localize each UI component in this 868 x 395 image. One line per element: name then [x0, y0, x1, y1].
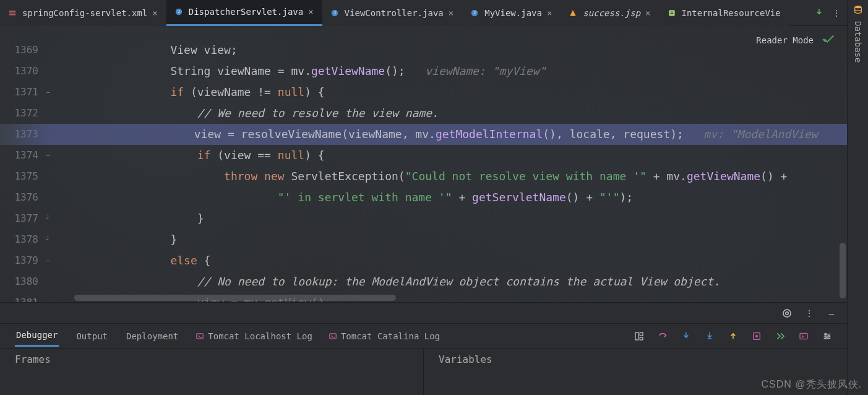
tab-label: success.jsp: [583, 8, 640, 18]
debug-tab-catalina-log[interactable]: Tomcat Catalina Log: [329, 331, 440, 341]
tab-label: InternalResourceVie: [682, 8, 781, 18]
editor-tab[interactable]: springConfig-servlet.xml×: [0, 0, 166, 26]
code-line[interactable]: throw new ServletException("Could not re…: [61, 166, 847, 187]
svg-point-25: [854, 6, 861, 8]
frames-title: Frames: [15, 354, 51, 365]
more-vertical-icon[interactable]: ⋮: [832, 8, 841, 18]
line-gutter: 1369137013711372137313741375137613771378…: [0, 40, 46, 302]
svg-rect-18: [800, 333, 807, 339]
debug-tab-localhost-log[interactable]: Tomcat Localhost Log: [196, 331, 312, 341]
horizontal-scrollbar[interactable]: [74, 295, 396, 301]
code-editor[interactable]: Reader Mode 1369137013711372137313741375…: [0, 26, 847, 302]
svg-rect-8: [670, 13, 673, 14]
code-line[interactable]: // No need to lookup: the ModelAndView o…: [61, 271, 847, 292]
svg-point-22: [825, 333, 827, 335]
code-line[interactable]: view = resolveViewName(viewName, mv.getM…: [0, 124, 847, 145]
xml-icon: [7, 8, 17, 18]
debug-panel: ⋮ — Debugger Output Deployment Tomcat Lo…: [0, 302, 847, 395]
tab-label: springConfig-servlet.xml: [22, 8, 147, 18]
svg-point-10: [786, 311, 789, 315]
close-icon[interactable]: ×: [152, 8, 157, 18]
xml-icon: [667, 8, 677, 18]
code-line[interactable]: }: [61, 208, 847, 229]
debug-tab-output[interactable]: Output: [75, 326, 109, 346]
code-line[interactable]: else {: [61, 250, 847, 271]
svg-rect-15: [640, 337, 643, 340]
tab-label: MyView.java: [484, 8, 542, 18]
run-to-cursor-icon[interactable]: [775, 331, 785, 341]
variables-title: Variables: [439, 354, 492, 365]
code-line[interactable]: String viewName = mv.getViewName(); view…: [61, 61, 847, 82]
svg-point-9: [783, 310, 791, 317]
code-line[interactable]: if (viewName != null) {: [61, 82, 847, 103]
layout-icon[interactable]: [634, 331, 644, 341]
tab-label: DispatcherServlet.java: [189, 7, 303, 17]
editor-tabbar: springConfig-servlet.xml×JDispatcherServ…: [0, 0, 847, 26]
force-step-into-icon[interactable]: [705, 331, 715, 341]
close-icon[interactable]: ×: [308, 7, 313, 17]
step-out-icon[interactable]: [728, 331, 738, 341]
svg-point-24: [825, 337, 827, 339]
code-line[interactable]: }: [61, 229, 847, 250]
fold-column[interactable]: − − ┘┘−: [46, 40, 61, 302]
svg-rect-12: [330, 333, 337, 338]
right-sidebar: Database: [847, 0, 868, 395]
editor-tab[interactable]: JMyView.java×: [462, 0, 561, 26]
frames-panel: Frames: [0, 349, 423, 395]
close-icon[interactable]: ×: [645, 8, 650, 18]
database-icon: [853, 5, 863, 17]
editor-tab[interactable]: InternalResourceVie: [660, 0, 789, 26]
java-icon: J: [174, 7, 184, 17]
close-icon[interactable]: ×: [449, 8, 453, 18]
settings-icon[interactable]: [822, 331, 832, 341]
jsp-icon: [568, 8, 578, 18]
editor-tab[interactable]: JViewController.java×: [322, 0, 463, 26]
arrow-down-icon[interactable]: [815, 7, 823, 18]
svg-text:J: J: [333, 11, 335, 15]
reader-mode-label[interactable]: Reader Mode: [756, 35, 814, 45]
code-line[interactable]: if (view == null) {: [61, 145, 847, 166]
svg-rect-7: [670, 11, 673, 12]
java-icon: J: [470, 8, 479, 18]
svg-text:J: J: [474, 11, 476, 15]
debug-panel-tools: ⋮ —: [0, 303, 847, 324]
code-line[interactable]: // We need to resolve the view name.: [61, 103, 847, 124]
evaluate-icon[interactable]: [752, 331, 762, 341]
step-into-icon[interactable]: [681, 331, 691, 341]
svg-text:J: J: [178, 9, 179, 14]
show-execution-icon[interactable]: [799, 331, 809, 341]
minimize-icon[interactable]: —: [826, 308, 837, 319]
step-over-icon[interactable]: [658, 331, 668, 341]
database-tool-window[interactable]: Database: [853, 5, 863, 63]
vertical-scrollbar[interactable]: [840, 243, 846, 298]
code-area[interactable]: View view; String viewName = mv.getViewN…: [61, 40, 847, 302]
java-icon: J: [330, 8, 340, 18]
editor-tab[interactable]: success.jsp×: [561, 0, 659, 26]
checkmark-icon: [822, 32, 836, 48]
svg-point-17: [756, 335, 758, 337]
code-line[interactable]: View view;: [61, 40, 847, 61]
svg-rect-13: [635, 332, 638, 340]
editor-tab[interactable]: JDispatcherServlet.java×: [166, 0, 322, 26]
close-icon[interactable]: ×: [547, 8, 552, 18]
watermark: CSDN @秃头披风侠.: [762, 378, 862, 391]
debug-tab-debugger[interactable]: Debugger: [15, 325, 59, 347]
code-line[interactable]: "' in servlet with name '" + getServletN…: [61, 187, 847, 208]
more-vertical-icon[interactable]: ⋮: [804, 308, 815, 319]
target-icon[interactable]: [781, 308, 793, 319]
debug-tab-deployment[interactable]: Deployment: [125, 326, 179, 346]
tab-label: ViewController.java: [345, 8, 444, 18]
svg-point-23: [828, 335, 830, 337]
svg-rect-11: [197, 333, 204, 338]
svg-rect-14: [640, 332, 643, 336]
